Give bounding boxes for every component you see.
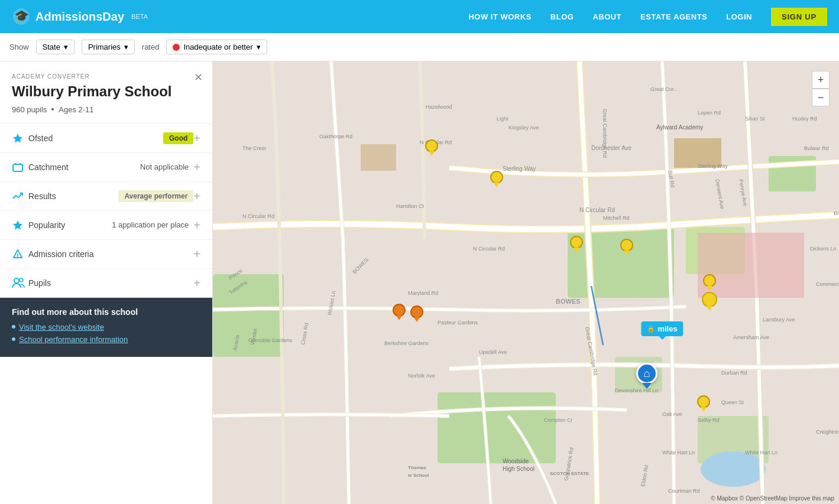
school-ages: Ages 2-11 (59, 105, 93, 114)
visit-website-link[interactable]: Visit the school's website (12, 323, 200, 331)
sidebar-item-popularity[interactable]: Popularity 1 application per place + (0, 211, 212, 240)
svg-text:Commercial Rd: Commercial Rd (816, 281, 839, 287)
svg-text:Hazelwood: Hazelwood (426, 104, 452, 110)
pupils-icon (12, 277, 28, 289)
map-pin-4[interactable] (620, 239, 633, 255)
popularity-label: Popularity (28, 220, 112, 230)
logo-icon: 🎓 (12, 7, 31, 26)
map-pin-selected[interactable] (702, 292, 717, 311)
map-pin-3[interactable] (570, 236, 583, 252)
bottom-panel-title: Find out more about this school (12, 307, 200, 317)
map-pin-2[interactable] (490, 171, 503, 187)
svg-text:N Circular Rd: N Circular Rd (473, 246, 505, 252)
svg-rect-10 (568, 227, 674, 298)
svg-text:Kingsley Ave: Kingsley Ave (508, 125, 539, 131)
rating-filter[interactable]: Inadequate or better ▾ (166, 40, 267, 54)
svg-point-6 (17, 256, 18, 257)
rated-label: rated (142, 43, 160, 51)
sidebar-item-pupils[interactable]: Pupils + (0, 269, 212, 298)
svg-text:Grenoble Gardens: Grenoble Gardens (248, 337, 293, 343)
nav-login[interactable]: LOGIN (726, 12, 752, 21)
svg-text:Upsdell Ave: Upsdell Ave (479, 349, 507, 355)
svg-text:Maryland Rd: Maryland Rd (408, 290, 438, 296)
popularity-expand-button[interactable]: + (193, 219, 200, 231)
map-pin-orange-2[interactable] (410, 305, 423, 322)
pupils-expand-button[interactable]: + (193, 277, 200, 289)
catchment-expand-button[interactable]: + (193, 161, 200, 173)
zoom-out-button[interactable]: − (812, 89, 830, 106)
svg-text:Amersham Ave: Amersham Ave (733, 334, 769, 340)
svg-point-17 (701, 451, 766, 487)
svg-text:Silver St: Silver St (745, 116, 765, 122)
performance-info-link[interactable]: School performance information (12, 335, 200, 344)
results-expand-button[interactable]: + (193, 190, 200, 202)
svg-text:Aylward Academy: Aylward Academy (656, 124, 703, 131)
sidebar-item-admission[interactable]: Admission criteria + (0, 240, 212, 269)
svg-text:Mitchell Rd: Mitchell Rd (603, 215, 630, 221)
svg-text:Selby Rd: Selby Rd (698, 417, 720, 423)
primaries-label: Primaries (88, 43, 121, 51)
svg-text:Courtman Rd: Courtman Rd (668, 488, 700, 494)
svg-marker-3 (13, 220, 22, 230)
map-pin-1[interactable] (425, 139, 438, 156)
svg-point-7 (14, 278, 19, 283)
meta-dot (51, 108, 54, 110)
school-panel: ACADEMY CONVERTER Wilbury Primary School… (0, 61, 212, 124)
sidebar-item-catchment[interactable]: Catchment Not applicable + (0, 153, 212, 182)
svg-text:Hamilton Ct: Hamilton Ct (396, 203, 425, 209)
svg-text:Thomas: Thomas (408, 465, 426, 470)
school-name: Wilbury Primary School (12, 83, 200, 100)
popularity-value: 1 application per place (112, 220, 189, 229)
school-pupils: 960 pupils (12, 105, 47, 114)
pupils-label: Pupils (28, 278, 193, 288)
svg-text:Oakthorpe Rd: Oakthorpe Rd (319, 134, 352, 139)
ofsted-expand-button[interactable]: + (193, 132, 200, 144)
visit-website-label: Visit the school's website (19, 323, 104, 331)
svg-text:White Hart Ln: White Hart Ln (745, 450, 778, 456)
map-area[interactable]: Sterling Way N Circular Rd N Circular Rd… (213, 61, 839, 504)
nav-blog[interactable]: BLOG (550, 12, 574, 21)
sidebar-item-results[interactable]: Results Average performer + (0, 182, 212, 211)
admission-expand-button[interactable]: + (193, 248, 200, 260)
nav-estate-agents[interactable]: ESTATE AGENTS (640, 12, 707, 21)
nav-about[interactable]: ABOUT (592, 12, 621, 21)
svg-point-8 (20, 278, 23, 282)
svg-text:Creighton Rd: Creighton Rd (816, 429, 839, 435)
svg-text:ie School: ie School (408, 473, 429, 478)
map-pin-bottom-1[interactable] (697, 395, 710, 412)
svg-text:White Hart Ln: White Hart Ln (662, 450, 695, 456)
svg-text:BOWES: BOWES (556, 298, 581, 305)
svg-rect-12 (438, 392, 556, 463)
primaries-filter[interactable]: Primaries ▾ (82, 40, 135, 54)
svg-text:The Crest: The Crest (242, 145, 266, 151)
svg-text:Norfolk Ave: Norfolk Ave (408, 373, 435, 379)
svg-text:Sterling Way: Sterling Way (503, 165, 536, 172)
nav-links: HOW IT WORKS BLOG ABOUT ESTATE AGENTS LO… (468, 8, 827, 26)
zoom-in-button[interactable]: + (812, 71, 830, 89)
svg-text:Light: Light (497, 116, 508, 122)
performance-info-label: School performance information (19, 335, 128, 344)
map-pin-orange-1[interactable] (393, 304, 406, 320)
lock-icon: 🔒 (647, 325, 655, 333)
sidebar-item-ofsted[interactable]: Ofsted Good + (0, 124, 212, 153)
rating-label: Inadequate or better (183, 43, 252, 51)
state-chevron-icon: ▾ (64, 43, 68, 51)
catchment-value: Not applicable (140, 162, 189, 171)
state-filter[interactable]: State ▾ (36, 40, 74, 54)
signup-button[interactable]: SIGN UP (771, 8, 827, 26)
ofsted-badge: Good (163, 132, 193, 144)
map-controls: + − (812, 71, 830, 106)
nav-how-it-works[interactable]: HOW IT WORKS (468, 12, 531, 21)
map-pin-5[interactable] (703, 274, 716, 291)
svg-text:🎓: 🎓 (14, 9, 29, 23)
primaries-chevron-icon: ▾ (124, 43, 128, 51)
results-badge: Average performer (118, 190, 193, 202)
show-label: Show (9, 43, 29, 51)
catchment-label: Catchment (28, 162, 140, 172)
link-dot-icon (12, 325, 15, 329)
filter-bar: Show State ▾ Primaries ▾ rated Inadequat… (0, 33, 839, 61)
results-icon (12, 190, 28, 202)
home-pin[interactable]: ⌂ (636, 363, 657, 389)
svg-text:SCOTCH ESTATE: SCOTCH ESTATE (550, 471, 589, 476)
close-button[interactable]: ✕ (194, 71, 203, 84)
